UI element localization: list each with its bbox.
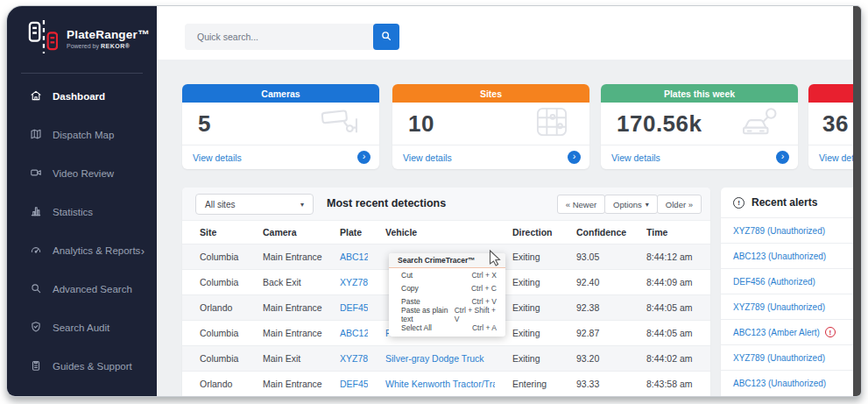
site-filter-select[interactable]: All sites ▾ [195, 194, 314, 215]
newer-button[interactable]: « Newer [557, 195, 605, 214]
plate-link[interactable]: ABC123 [340, 252, 368, 262]
map-pins-icon [533, 106, 570, 141]
sidebar-item-label: Analytics & Reports [53, 245, 140, 256]
cameras-count: 5 [198, 110, 211, 138]
car-search-icon [740, 106, 779, 141]
table-row: Orlando Main Entrance DEF456 White Kenwo… [182, 371, 710, 396]
sidebar-item-label: Dispatch Map [53, 130, 114, 140]
options-button[interactable]: Options ▾ [604, 195, 658, 214]
col-site: Site [182, 221, 245, 244]
alert-circle-icon: ! [733, 197, 745, 209]
older-button[interactable]: Older » [657, 195, 702, 214]
search-button[interactable] [373, 24, 399, 50]
sidebar-item-guides-support[interactable]: Guides & Support [7, 347, 157, 386]
sidebar-item-label: Dashboard [53, 91, 105, 102]
sidebar-item-analytics-reports[interactable]: Analytics & Reports › [7, 231, 157, 270]
recent-alerts-panel: ! Recent alerts XYZ789 (Unauthorized) AB… [721, 188, 861, 396]
alert-item[interactable]: DEF456 (Authorized) [721, 268, 861, 294]
col-plate: Plate [322, 221, 368, 244]
caret-down-icon: ▾ [300, 201, 304, 209]
sidebar-item-statistics[interactable]: Statistics [7, 193, 157, 231]
vehicle-link[interactable]: Silver-gray Dodge Truck [385, 353, 484, 364]
topbar: Knowledge B [157, 6, 861, 60]
plate-link[interactable]: XYZ789 [340, 277, 368, 287]
mouse-cursor-icon [489, 250, 502, 270]
alert-item[interactable]: XYZ789 (Unauthorized) [721, 344, 861, 370]
sites-card-header: Sites [392, 84, 589, 103]
plates-week-view-details-link[interactable]: View details [611, 152, 660, 163]
context-menu-item-cut[interactable]: CutCtrl + X [389, 268, 505, 281]
alert-item-amber[interactable]: ABC123 (Amber Alert) ! [721, 319, 861, 344]
sidebar-item-label: Advanced Search [53, 284, 132, 294]
sites-count: 10 [408, 110, 434, 138]
sidebar-item-label: Video Review [53, 168, 114, 179]
map-icon [30, 128, 42, 142]
sidebar-item-label: Guides & Support [53, 361, 132, 372]
app-window: PlateRanger™ Powered by REKOR® Dashboard… [6, 5, 862, 397]
cctv-camera-icon [320, 106, 360, 141]
alerts-header: ! Recent alerts [721, 188, 861, 217]
brand: PlateRanger™ Powered by REKOR® [7, 6, 157, 66]
sites-card: Sites 10 View details › [392, 84, 589, 169]
table-header-row: Site Camera Plate Vehicle Direction Conf… [182, 221, 710, 244]
cameras-view-details-link[interactable]: View details [193, 152, 242, 163]
detections-toolbar: All sites ▾ Most recent detections « New… [182, 188, 710, 221]
sidebar-item-dashboard[interactable]: Dashboard [7, 77, 157, 116]
brand-powered-by: Powered by REKOR® [67, 43, 150, 49]
alert-item[interactable]: ABC123 (Unauthorized) [721, 243, 861, 268]
alert-item[interactable]: ABC123 (Unauthorized) [721, 370, 861, 395]
col-direction: Direction [495, 221, 559, 244]
site-filter-value: All sites [205, 200, 235, 209]
sidebar-item-billing-subscription[interactable]: Billing & Subscription [7, 386, 157, 397]
amber-alert-warning-icon: ! [825, 327, 836, 337]
platerranger-logo-icon [28, 20, 58, 57]
caret-down-icon: ▾ [646, 201, 649, 209]
fourth-card-count: 36 [822, 110, 849, 138]
bar-chart-icon [30, 205, 42, 219]
quick-search [185, 24, 399, 50]
sidebar: PlateRanger™ Powered by REKOR® Dashboard… [7, 6, 157, 396]
video-camera-icon [30, 167, 42, 181]
col-time: Time [629, 221, 710, 244]
vehicle-link[interactable]: White Kenworth Tractor/Trailer [385, 379, 495, 389]
shield-check-icon [30, 321, 42, 335]
cameras-card-header: Cameras [182, 84, 379, 103]
alerts-title: Recent alerts [752, 196, 817, 209]
chevron-right-icon: › [141, 245, 145, 258]
sidebar-item-label: Search Audit [53, 322, 109, 333]
col-vehicle: Vehicle [368, 221, 495, 244]
sidebar-nav: Dashboard Dispatch Map Video Review Stat… [7, 74, 157, 397]
gauge-icon [30, 244, 42, 258]
sidebar-item-search-audit[interactable]: Search Audit [7, 308, 157, 347]
sidebar-item-dispatch-map[interactable]: Dispatch Map [7, 116, 157, 154]
plates-week-count: 170.56k [617, 110, 702, 138]
plate-link[interactable]: DEF456 [340, 379, 368, 389]
detections-title: Most recent detections [327, 197, 446, 209]
clipboard-icon [30, 359, 42, 373]
search-icon [380, 30, 392, 45]
plates-week-details-arrow-button[interactable]: › [776, 151, 789, 164]
magnifier-icon [30, 282, 42, 296]
context-menu-item-paste-plain[interactable]: Paste as plain textCtrl + Shift + V [389, 308, 505, 321]
sidebar-item-label: Statistics [53, 207, 93, 217]
plates-week-card: Plates this week 170.56k View details › [601, 84, 798, 169]
alert-item[interactable]: XYZ789 (Unauthorized) [721, 294, 861, 319]
search-input[interactable] [185, 24, 399, 50]
sidebar-item-advanced-search[interactable]: Advanced Search [7, 270, 157, 308]
plate-link[interactable]: XYZ789 [340, 353, 368, 364]
sites-details-arrow-button[interactable]: › [568, 151, 581, 164]
cameras-card: Cameras 5 View details › [182, 84, 379, 169]
sidebar-item-video-review[interactable]: Video Review [7, 154, 157, 193]
alert-item[interactable]: XYZ789 (Unauthorized) [721, 217, 861, 243]
plate-link[interactable]: DEF456 [340, 302, 368, 313]
plates-week-card-header: Plates this week [601, 84, 798, 103]
home-icon [30, 89, 42, 103]
context-menu-item-copy[interactable]: CopyCtrl + C [389, 281, 505, 294]
cameras-details-arrow-button[interactable]: › [357, 151, 370, 164]
brand-name: PlateRanger™ [67, 28, 150, 41]
screen-edge-strip [853, 6, 861, 396]
sites-view-details-link[interactable]: View details [403, 152, 452, 163]
detections-pager: « Newer Options ▾ Older » [558, 195, 702, 214]
table-row: Columbia Main Exit XYZ789 Silver-gray Do… [182, 345, 710, 371]
plate-link[interactable]: ABC123 [340, 328, 368, 338]
